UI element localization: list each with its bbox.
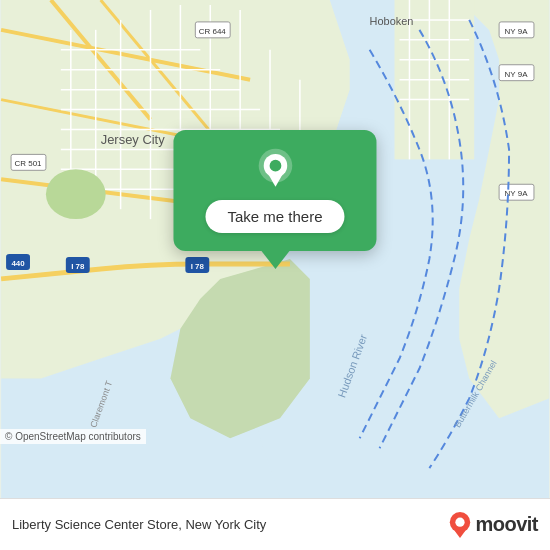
osm-credit: © OpenStreetMap contributors [0, 429, 146, 444]
svg-point-63 [456, 517, 465, 526]
moovit-logo: moovit [449, 512, 538, 538]
svg-text:CR 501: CR 501 [15, 159, 43, 168]
svg-text:NY 9A: NY 9A [505, 27, 529, 36]
moovit-text: moovit [475, 513, 538, 536]
svg-text:Hoboken: Hoboken [370, 15, 414, 27]
map-container: I 78 I 78 CR 644 CR 501 440 NY 9A NY 9A … [0, 0, 550, 498]
svg-point-60 [269, 160, 281, 172]
location-label: Liberty Science Center Store, New York C… [12, 517, 266, 532]
location-popup: Take me there [173, 130, 376, 269]
svg-point-57 [46, 169, 106, 219]
moovit-pin-icon [449, 512, 471, 538]
svg-text:NY 9A: NY 9A [505, 70, 529, 79]
svg-text:440: 440 [11, 259, 25, 268]
location-pin-icon [254, 148, 296, 190]
svg-text:Jersey City: Jersey City [101, 132, 166, 147]
svg-text:I 78: I 78 [71, 262, 85, 271]
app: I 78 I 78 CR 644 CR 501 440 NY 9A NY 9A … [0, 0, 550, 550]
popup-card: Take me there [173, 130, 376, 251]
bottom-bar: Liberty Science Center Store, New York C… [0, 498, 550, 550]
take-me-there-button[interactable]: Take me there [205, 200, 344, 233]
svg-text:CR 644: CR 644 [199, 27, 227, 36]
popup-arrow [261, 251, 289, 269]
svg-marker-64 [455, 530, 466, 537]
